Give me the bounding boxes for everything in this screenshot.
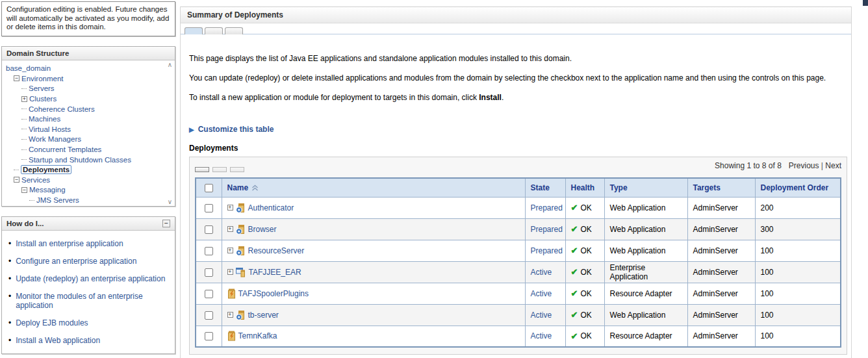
how-do-i-link[interactable]: Update (redeploy) an enterprise applicat… (16, 274, 165, 283)
health-ok-icon: ✔ (571, 310, 578, 320)
domain-tree-item[interactable]: base_domain (5, 64, 165, 74)
expand-row-icon[interactable]: + (227, 312, 233, 318)
how-do-i-item: • Deploy EJB modules (8, 318, 170, 327)
tree-expander-icon[interactable]: + (21, 96, 27, 102)
type-cell: Web Application (604, 304, 687, 326)
tree-item-label[interactable]: Virtual Hosts (29, 125, 71, 133)
tree-connector (21, 149, 27, 150)
tree-item-label[interactable]: Coherence Clusters (29, 105, 95, 113)
viewport-corner (863, 0, 868, 6)
deployment-name-link[interactable]: tb-server (248, 311, 279, 320)
expand-row-icon[interactable]: + (227, 269, 233, 275)
row-select-cell (196, 240, 222, 261)
state-cell: Prepared (525, 218, 565, 240)
how-do-i-link[interactable]: Install an enterprise application (16, 239, 123, 248)
deployment-name-link[interactable]: TemnKafka (238, 331, 277, 340)
domain-tree-item[interactable]: Concurrent Templates (5, 144, 165, 155)
tree-item-label[interactable]: Services (21, 176, 50, 184)
domain-tree-item[interactable]: Machines (5, 114, 165, 124)
tree-item-label[interactable]: Machines (29, 115, 60, 123)
domain-tree-item[interactable]: − Services (5, 175, 165, 185)
deployment-name-link[interactable]: ResourceServer (248, 246, 305, 255)
row-checkbox[interactable] (205, 268, 213, 277)
domain-tree-item[interactable]: Virtual Hosts (5, 124, 165, 134)
domain-tree-item[interactable]: Work Managers (5, 134, 165, 145)
tree-expander-icon[interactable]: − (21, 187, 27, 193)
tree-item-label[interactable]: Servers (29, 84, 55, 92)
row-checkbox[interactable] (205, 225, 213, 234)
expand-row-icon[interactable]: + (227, 248, 233, 253)
intro-paragraph: You can update (redeploy) or delete inst… (189, 74, 847, 83)
scroll-down-icon[interactable]: ∨ (168, 199, 172, 205)
column-header-name[interactable]: Name (222, 178, 525, 197)
tree-item-label[interactable]: Deployments (21, 165, 71, 174)
how-do-i-link[interactable]: Monitor the modules of an enterprise app… (16, 292, 170, 310)
scroll-up-icon[interactable]: ∧ (168, 62, 172, 68)
deployment-name-link[interactable]: Browser (248, 225, 277, 234)
tree-item-label[interactable]: Concurrent Templates (29, 146, 101, 153)
select-all-column-header (196, 178, 222, 197)
deployment-name-link[interactable]: Authenticator (248, 203, 294, 212)
domain-tree-item[interactable]: − Messaging (5, 185, 165, 196)
expand-row-icon[interactable]: + (227, 226, 233, 232)
health-ok-icon: ✔ (571, 246, 578, 255)
health-ok-icon: ✔ (571, 267, 578, 277)
state-cell: Prepared (525, 197, 565, 218)
deployments-table-label: Deployments (189, 144, 847, 153)
table-row: + Authenticator Prepared ✔ OK (196, 197, 841, 218)
tree-item-label[interactable]: JMS Servers (36, 196, 79, 204)
row-checkbox[interactable] (205, 290, 213, 298)
how-do-i-panel: How do I... − • Install an enterprise ap… (1, 216, 175, 354)
tree-expander-icon[interactable]: − (14, 177, 19, 183)
column-header-deployment-order: Deployment Order (755, 178, 841, 197)
row-checkbox[interactable] (205, 311, 213, 320)
tab-configuration[interactable] (185, 27, 203, 34)
domain-tree-item[interactable]: Deployments (5, 164, 165, 175)
resource-adapter-icon (227, 288, 236, 299)
collapse-icon[interactable]: − (162, 220, 170, 227)
tree-scrollbar[interactable]: ∧ ∨ (165, 60, 175, 206)
expand-row-icon[interactable]: + (227, 205, 233, 211)
tab-monitoring[interactable] (225, 27, 243, 34)
how-do-i-link[interactable]: Configure an enterprise application (16, 257, 136, 266)
deployment-name-link[interactable]: TAFJSpoolerPlugins (238, 289, 309, 298)
domain-tree-item[interactable]: Startup and Shutdown Classes (5, 155, 165, 165)
domain-tree-item[interactable]: − Environment (5, 73, 165, 84)
how-do-i-link[interactable]: Install a Web application (16, 336, 100, 345)
select-all-checkbox[interactable] (205, 184, 213, 192)
next-button[interactable]: Next (825, 161, 841, 170)
deployments-table: Name State Health Type Targets Deploymen (195, 177, 841, 348)
tree-item-label[interactable]: Clusters (29, 95, 57, 103)
tab-control[interactable] (205, 27, 223, 34)
domain-tree-item[interactable]: + Clusters (5, 94, 165, 104)
tree-item-label[interactable]: Work Managers (29, 135, 81, 143)
domain-tree-item[interactable]: JMS Servers (5, 195, 165, 205)
previous-button[interactable]: Previous (789, 161, 819, 170)
update-button[interactable] (212, 167, 227, 172)
tree-expander-icon[interactable]: − (14, 75, 19, 81)
domain-tree-item[interactable]: Coherence Clusters (5, 104, 165, 114)
row-checkbox[interactable] (205, 204, 213, 212)
type-cell: Web Application (604, 218, 687, 240)
domain-tree-item[interactable]: Servers (5, 84, 165, 94)
deployment-name-link[interactable]: TAFJJEE_EAR (249, 268, 301, 277)
targets-cell: AdminServer (687, 197, 755, 218)
tree-item-label[interactable]: Startup and Shutdown Classes (29, 156, 131, 164)
row-checkbox[interactable] (205, 332, 213, 340)
tree-item-label[interactable]: Messaging (29, 186, 66, 194)
install-button[interactable] (195, 167, 209, 172)
row-checkbox[interactable] (205, 247, 213, 255)
order-cell: 100 (755, 261, 841, 283)
health-cell: ✔ OK (565, 261, 604, 283)
tree-item-label[interactable]: Environment (21, 75, 64, 83)
how-do-i-item: • Configure an enterprise application (8, 257, 170, 266)
row-select-cell (196, 326, 222, 347)
web-application-icon (236, 246, 246, 256)
how-do-i-link[interactable]: Deploy EJB modules (16, 318, 88, 327)
domain-structure-header: Domain Structure (2, 47, 175, 60)
how-do-i-item: • Monitor the modules of an enterprise a… (8, 292, 170, 310)
tree-item-label[interactable]: base_domain (6, 64, 51, 72)
customize-table-link[interactable]: ▶ Customize this table (189, 125, 847, 134)
sort-icon[interactable] (251, 185, 259, 191)
delete-button[interactable] (230, 167, 244, 172)
